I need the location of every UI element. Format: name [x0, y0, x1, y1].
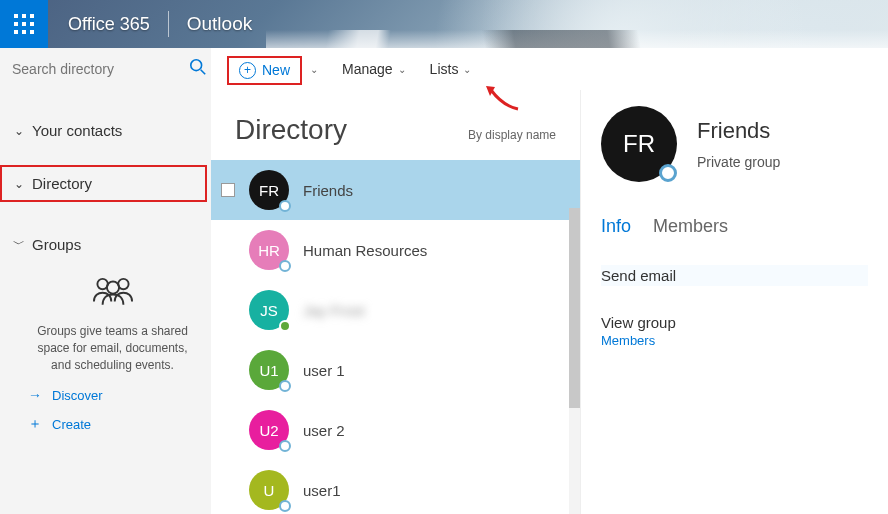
contact-row[interactable]: JSJay Frost: [211, 280, 580, 340]
chevron-down-icon: ⌄: [398, 64, 406, 75]
svg-rect-4: [22, 22, 26, 26]
contact-avatar: FR: [249, 170, 289, 210]
nav-label: Directory: [32, 175, 92, 192]
presence-icon: [279, 260, 291, 272]
contact-avatar: U: [249, 470, 289, 510]
chevron-up-icon: ﹀: [12, 236, 26, 253]
presence-icon: [279, 440, 291, 452]
row-checkbox[interactable]: [221, 183, 235, 197]
contact-name: Jay Frost: [303, 302, 365, 319]
menu-label: Manage: [342, 61, 393, 77]
nav-your-contacts[interactable]: ⌄ Your contacts: [0, 112, 211, 149]
nav-groups[interactable]: ﹀ Groups: [0, 226, 211, 263]
search-row: [0, 48, 211, 90]
scrollbar-thumb[interactable]: [569, 208, 580, 408]
scrollbar[interactable]: [569, 208, 580, 514]
new-button[interactable]: + New: [239, 62, 290, 79]
contact-row[interactable]: HRHuman Resources: [211, 220, 580, 280]
chevron-down-icon: ⌄: [12, 124, 26, 138]
plus-icon: ＋: [28, 415, 42, 433]
search-input[interactable]: [10, 55, 189, 83]
sidebar: ⌄ Your contacts ⌄ Directory ﹀ Groups G: [0, 48, 211, 514]
app-name[interactable]: Outlook: [187, 13, 252, 35]
arrow-right-icon: →: [28, 387, 42, 403]
svg-rect-3: [14, 22, 18, 26]
tab-info[interactable]: Info: [601, 216, 631, 237]
menu-label: Lists: [430, 61, 459, 77]
waffle-icon: [14, 14, 34, 34]
directory-list: Directory By display name FRFriendsHRHum…: [211, 90, 581, 514]
main-column: + New ⌄ Manage ⌄ Lists ⌄ Directory By: [211, 48, 888, 514]
app-launcher-button[interactable]: [0, 0, 48, 48]
contact-row[interactable]: U2user 2: [211, 400, 580, 460]
brand-separator: [168, 11, 169, 37]
link-label: Discover: [52, 388, 103, 403]
svg-rect-6: [14, 30, 18, 34]
manage-menu[interactable]: Manage ⌄: [342, 61, 406, 77]
people-group-icon: [28, 273, 197, 313]
presence-icon: [279, 380, 291, 392]
toolbar: + New ⌄ Manage ⌄ Lists ⌄: [211, 48, 888, 90]
contact-row[interactable]: Uuser1: [211, 460, 580, 514]
tab-members[interactable]: Members: [653, 216, 728, 237]
view-group-link[interactable]: View group: [601, 314, 868, 331]
groups-help-text: Groups give teams a shared space for ema…: [28, 323, 197, 381]
contact-name: user 2: [303, 422, 345, 439]
contact-avatar: U2: [249, 410, 289, 450]
presence-icon: [279, 200, 291, 212]
svg-rect-1: [22, 14, 26, 18]
new-dropdown-chevron[interactable]: ⌄: [310, 64, 318, 75]
detail-avatar: FR: [601, 106, 677, 182]
send-email-link[interactable]: Send email: [601, 265, 868, 286]
contact-avatar: U1: [249, 350, 289, 390]
svg-point-9: [191, 60, 202, 71]
nav-directory[interactable]: ⌄ Directory: [0, 165, 207, 202]
presence-icon: [659, 164, 677, 182]
app-header: Office 365 Outlook: [0, 0, 888, 48]
svg-rect-0: [14, 14, 18, 18]
chevron-down-icon: ⌄: [463, 64, 471, 75]
detail-subtitle: Private group: [697, 154, 780, 170]
create-link[interactable]: ＋ Create: [28, 409, 197, 439]
button-label: New: [262, 62, 290, 78]
members-link[interactable]: Members: [601, 333, 868, 348]
svg-rect-5: [30, 22, 34, 26]
contact-name: Friends: [303, 182, 353, 199]
presence-icon: [279, 320, 291, 332]
nav-label: Your contacts: [32, 122, 122, 139]
groups-body: Groups give teams a shared space for ema…: [0, 263, 211, 439]
brand-text[interactable]: Office 365: [68, 14, 150, 35]
discover-link[interactable]: → Discover: [28, 381, 197, 409]
list-title: Directory: [235, 114, 347, 146]
contact-name: Human Resources: [303, 242, 427, 259]
plus-circle-icon: +: [239, 62, 256, 79]
contact-avatar: JS: [249, 290, 289, 330]
new-button-highlight: + New: [227, 56, 302, 85]
svg-point-13: [106, 281, 118, 293]
presence-icon: [279, 500, 291, 512]
contact-row[interactable]: U1user 1: [211, 340, 580, 400]
svg-rect-7: [22, 30, 26, 34]
link-label: Create: [52, 417, 91, 432]
nav-label: Groups: [32, 236, 81, 253]
chevron-down-icon: ⌄: [12, 177, 26, 191]
svg-rect-2: [30, 14, 34, 18]
svg-line-10: [201, 70, 206, 75]
contact-avatar: HR: [249, 230, 289, 270]
sort-button[interactable]: By display name: [468, 128, 556, 142]
contact-name: user1: [303, 482, 341, 499]
search-icon[interactable]: [189, 58, 207, 80]
detail-title: Friends: [697, 118, 780, 144]
detail-pane: FR Friends Private group Info Members Se…: [581, 90, 888, 514]
contact-name: user 1: [303, 362, 345, 379]
lists-menu[interactable]: Lists ⌄: [430, 61, 472, 77]
avatar-initials: FR: [623, 130, 655, 158]
brand-area: Office 365 Outlook: [68, 11, 252, 37]
svg-rect-8: [30, 30, 34, 34]
contact-row[interactable]: FRFriends: [211, 160, 580, 220]
